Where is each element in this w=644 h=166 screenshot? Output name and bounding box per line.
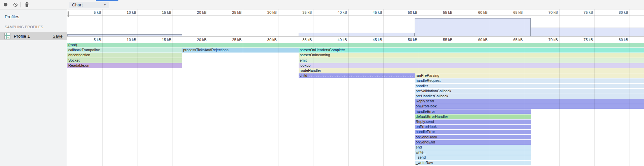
ruler-tick-label: 5 kB <box>80 38 101 42</box>
vertical-scrollbar-thumb[interactable] <box>68 11 69 17</box>
ruler-tick-label: 55 kB <box>431 38 452 42</box>
bottom-ruler: 5 kB10 kB15 kB20 kB25 kB30 kB35 kB40 kB4… <box>67 36 644 43</box>
flame-graph: (root)callbackTrampolineprocessTicksAndR… <box>67 43 644 166</box>
ruler-tick-label: 20 kB <box>186 38 206 42</box>
flame-frame[interactable]: runPreParsing <box>415 73 644 78</box>
chevron-down-icon: ▼ <box>104 3 106 6</box>
flame-frame[interactable]: handler <box>415 84 644 89</box>
toolbar-divider <box>20 2 21 7</box>
ruler-tick-label: 45 kB <box>361 38 382 42</box>
ruler-tick-label: 45 kB <box>361 10 382 14</box>
ruler-tick-label: 30 kB <box>256 38 277 42</box>
flame-frame[interactable]: Readable.on <box>67 63 182 68</box>
profile-name: Profile 1 <box>14 34 30 39</box>
flame-frame[interactable]: Reply.send <box>415 120 531 124</box>
top-ruler: 5 kB10 kB15 kB20 kB25 kB30 kB35 kB40 kB4… <box>67 9 644 16</box>
flame-frame[interactable]: _send <box>415 155 531 160</box>
profiler-panel: Chart ▼ Profiles SAMPLING PROFILES % Pro… <box>0 0 644 166</box>
chart-view-select[interactable]: Chart ▼ <box>69 2 109 8</box>
flame-frame[interactable]: parserOnHeadersComplete <box>299 48 644 53</box>
ruler-tick-label: 35 kB <box>291 10 312 14</box>
ruler-tick-label: 60 kB <box>467 38 488 42</box>
record-icon <box>4 3 7 6</box>
record-button[interactable] <box>1 0 9 9</box>
overview-segment[interactable] <box>531 28 644 36</box>
overview-segment[interactable] <box>299 33 415 36</box>
flame-frame[interactable]: handleError <box>415 130 531 134</box>
flame-frame[interactable]: emit <box>299 58 644 63</box>
memory-overview[interactable] <box>67 16 644 36</box>
ruler-tick-label: 65 kB <box>502 38 523 42</box>
ruler-tick-label: 75 kB <box>572 10 593 14</box>
block-icon <box>13 3 17 7</box>
chart-view-select-value: Chart <box>72 2 83 7</box>
ruler-tick-label: 25 kB <box>221 10 241 14</box>
flame-frame[interactable]: write_ <box>415 150 531 155</box>
ruler-tick-label: 35 kB <box>291 38 312 42</box>
flame-frame[interactable]: handleRequest <box>415 78 644 83</box>
tab-accent-line <box>96 0 118 1</box>
ruler-tick-label: 65 kB <box>502 10 523 14</box>
flame-frame[interactable]: onconnection <box>67 53 182 58</box>
sidebar-item-profile-1[interactable]: % Profile 1 Save <box>0 32 67 40</box>
ruler-tick-label: 55 kB <box>431 10 452 14</box>
ruler-tick-label: 70 kB <box>537 38 558 42</box>
ruler-tick-label: 40 kB <box>326 38 347 42</box>
clear-button[interactable] <box>11 0 20 9</box>
flame-frame[interactable]: Reply.send <box>415 99 644 104</box>
ruler-tick-label: 80 kB <box>607 38 628 42</box>
svg-text:%: % <box>7 37 9 39</box>
save-link[interactable]: Save <box>52 34 63 39</box>
flame-frame[interactable]: Socket <box>67 58 182 63</box>
flame-frame[interactable]: _writeRaw <box>415 161 531 165</box>
flame-frame[interactable]: callbackTrampoline <box>67 48 182 53</box>
ruler-tick-label: 75 kB <box>572 38 593 42</box>
toolbar: Chart ▼ <box>0 0 644 9</box>
profile-document-icon: % <box>4 33 10 39</box>
flame-frame[interactable]: preValidationCallback <box>415 89 644 94</box>
profiles-sidebar: Profiles SAMPLING PROFILES % Profile 1 S… <box>0 9 67 166</box>
ruler-tick-label: 30 kB <box>256 10 277 14</box>
delete-profile-button[interactable] <box>23 0 31 9</box>
ruler-tick-label: 50 kB <box>396 10 417 14</box>
flame-frame[interactable]: lookup <box>299 63 644 68</box>
ruler-tick-label: 5 kB <box>80 10 101 14</box>
flame-frame[interactable]: preHandlerCallback <box>415 94 644 99</box>
ruler-tick-label: 15 kB <box>150 10 171 14</box>
flame-frame[interactable]: end <box>415 145 531 150</box>
ruler-tick-label: 10 kB <box>115 38 136 42</box>
flame-frame[interactable]: onErrorHook <box>415 104 644 109</box>
ruler-tick-label: 25 kB <box>221 38 241 42</box>
flame-frame[interactable]: onSendHook <box>415 135 531 140</box>
flame-frame[interactable]: parserOnIncoming <box>299 53 644 58</box>
ruler-tick-label: 80 kB <box>607 10 628 14</box>
flame-frame[interactable]: routeHandler <box>299 68 644 73</box>
ruler-tick-label: 10 kB <box>115 10 136 14</box>
flame-frame[interactable]: (root) <box>67 43 644 47</box>
trash-icon <box>25 2 29 7</box>
sidebar-title: Profiles <box>0 9 67 19</box>
flame-frame[interactable]: child <box>299 73 415 78</box>
flame-chart-pane[interactable]: 5 kB10 kB15 kB20 kB25 kB30 kB35 kB40 kB4… <box>67 9 644 166</box>
flame-frame[interactable]: onSendEnd <box>415 140 531 145</box>
ruler-tick-label: 20 kB <box>186 10 206 14</box>
ruler-tick-label: 15 kB <box>150 38 171 42</box>
flame-frame[interactable]: handleError <box>415 109 531 114</box>
flame-frame[interactable]: onErrorHook <box>415 125 531 129</box>
ruler-tick-label: 60 kB <box>467 10 488 14</box>
ruler-tick-label: 50 kB <box>396 38 417 42</box>
flame-frame[interactable]: defaultErrorHandler <box>415 114 531 119</box>
overview-segment[interactable] <box>415 18 531 36</box>
ruler-tick-label: 40 kB <box>326 10 347 14</box>
flame-frame[interactable]: processTicksAndRejections <box>182 48 299 53</box>
ruler-tick-label: 70 kB <box>537 10 558 14</box>
sampling-profiles-section-label: SAMPLING PROFILES <box>0 25 67 29</box>
